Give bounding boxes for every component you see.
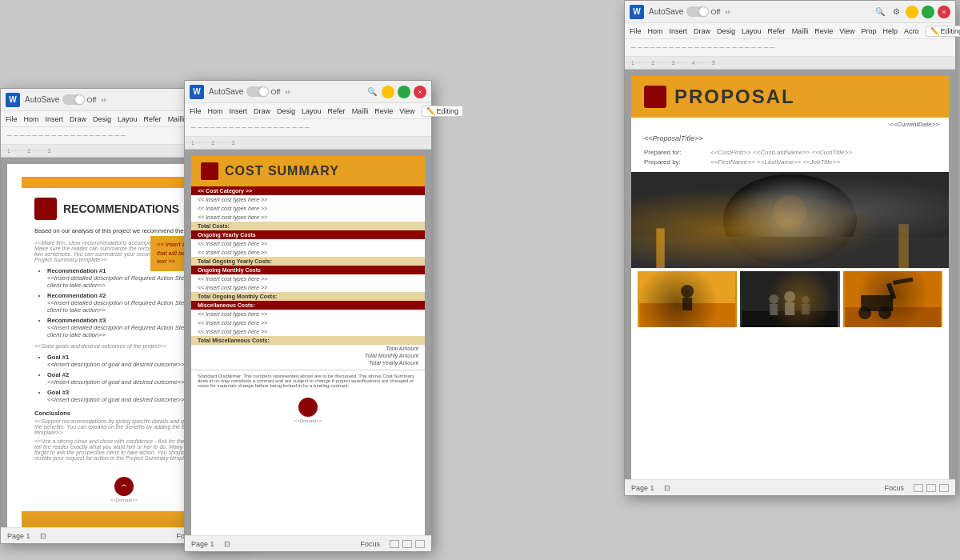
word-logo-win3: W (630, 5, 644, 19)
autosave-toggle-win1[interactable]: Off (62, 94, 96, 105)
maximize-btn-win3[interactable] (922, 6, 934, 18)
toggle-pill-win2[interactable] (246, 86, 269, 97)
prepared-by-value: <<FirstName>> <<LastName>> <<JobTitle>> (710, 158, 936, 166)
ribbon-win3: ─ ─ ─ ─ ─ ─ ─ ─ ─ ─ ─ ─ ─ ─ ─ ─ ─ ─ ─ ─ … (625, 39, 955, 57)
proposal-thumb-3 (843, 271, 942, 327)
menu-file-win3[interactable]: File (630, 27, 642, 35)
menu-mail-win2[interactable]: Mailli (352, 107, 369, 115)
menu-insert-win2[interactable]: Insert (230, 107, 248, 115)
menu-view-win2[interactable]: View (399, 107, 414, 115)
svg-rect-21 (845, 307, 941, 327)
menu-insert-win3[interactable]: Insert (670, 27, 688, 35)
menu-view-win3[interactable]: View (839, 27, 854, 35)
menu-draw-win3[interactable]: Draw (694, 27, 710, 35)
svg-rect-6 (898, 224, 909, 268)
menu-design-win2[interactable]: Desig (277, 107, 295, 115)
menu-help-win3[interactable]: Help (883, 27, 898, 35)
total-ongoing-yearly: Total Ongoing Yearly Costs: (191, 257, 425, 266)
ruler-win2: · 1 · · · · · 2 · · · · · 3 (185, 137, 431, 150)
focus-label-win3: Focus (884, 484, 904, 492)
menu-layout-win2[interactable]: Layou (302, 107, 322, 115)
menu-insert-win1[interactable]: Insert (46, 115, 64, 123)
menu-design-win3[interactable]: Desig (717, 27, 735, 35)
fit-icon-win1: ⊡ (40, 532, 46, 540)
menu-refer-win2[interactable]: Refer (328, 107, 346, 115)
focus-label-win2: Focus (360, 540, 380, 548)
proposal-icon (644, 86, 666, 108)
editing-btn-win3[interactable]: ✏️ Editing (926, 26, 960, 37)
settings-icon-win3[interactable]: ⚙ (890, 6, 902, 18)
editing-btn-win2[interactable]: ✏️ Editing (422, 106, 464, 117)
svg-rect-11 (682, 298, 692, 310)
view-icon-3-win2[interactable] (415, 540, 425, 548)
total-amount: Total Amount (191, 345, 425, 352)
search-icon-win2[interactable]: 🔍 (366, 86, 378, 98)
chevron-icon-win2: ›› (285, 88, 290, 96)
view-icon-2-win2[interactable] (402, 540, 412, 548)
view-icon-1-win2[interactable] (390, 540, 399, 548)
rec-title-text: RECOMMENDATIONS (63, 202, 179, 215)
fit-icon-win2: ⊡ (224, 540, 230, 548)
focus-btn-win2[interactable]: Focus (360, 540, 380, 548)
menu-layout-win3[interactable]: Layou (742, 27, 762, 35)
minimize-btn-win2[interactable] (382, 86, 394, 98)
view-icon-1-win3[interactable] (914, 484, 923, 492)
menu-refer-win3[interactable]: Refer (768, 27, 786, 35)
toggle-state-win1: Off (86, 96, 96, 104)
view-icon-3-win3[interactable] (939, 484, 949, 492)
menu-mail-win1[interactable]: Mailli (168, 115, 185, 123)
menu-mail-win3[interactable]: Mailli (792, 27, 809, 35)
proposal-window[interactable]: W AutoSave Off ›› 🔍 ⚙ × File Hom Insert … (624, 0, 956, 496)
toggle-pill-win3[interactable] (686, 6, 709, 17)
misc-costs-header: Miscellaneous Costs: (191, 301, 425, 310)
autosave-toggle-win3[interactable]: Off (686, 6, 720, 17)
svg-point-25 (858, 306, 871, 319)
menu-draw-win2[interactable]: Draw (254, 107, 270, 115)
title-bar-controls-win2: 🔍 × (366, 86, 426, 98)
menu-file-win1[interactable]: File (6, 115, 18, 123)
menu-draw-win1[interactable]: Draw (70, 115, 86, 123)
menu-review-win2[interactable]: Revie (374, 107, 393, 115)
menu-acro-win3[interactable]: Acro (904, 27, 919, 35)
view-icon-2-win3[interactable] (926, 484, 936, 492)
status-bar-win3: Page 1 ⊡ Focus (625, 479, 955, 495)
search-icon-win3[interactable]: 🔍 (874, 6, 886, 18)
chevron-icon-win3: ›› (725, 8, 730, 16)
focus-btn-win3[interactable]: Focus (884, 484, 904, 492)
menu-home-win3[interactable]: Hom (648, 27, 663, 35)
svg-rect-9 (639, 303, 735, 327)
minimize-btn-win3[interactable] (906, 6, 918, 18)
chevron-icon-win1: ›› (101, 96, 106, 104)
svg-point-16 (784, 291, 795, 302)
svg-rect-24 (893, 278, 913, 285)
proposal-thumbs (631, 268, 949, 330)
menu-home-win1[interactable]: Hom (24, 115, 39, 123)
svg-rect-2 (631, 172, 949, 268)
menu-prop-win3[interactable]: Prop (862, 27, 877, 35)
menu-refer-win1[interactable]: Refer (144, 115, 162, 123)
ruler-win3: · 1 · · · · · 2 · · · · · 3 · · · · · 4 … (625, 57, 955, 70)
proposal-main-image (631, 172, 949, 268)
misc-item-1: << Insert cost types here >> (191, 310, 425, 318)
maximize-btn-win2[interactable] (398, 86, 410, 98)
svg-point-0 (119, 482, 129, 491)
toggle-pill-win1[interactable] (62, 94, 85, 105)
menu-layout-win1[interactable]: Layou (118, 115, 138, 123)
rec-icon (34, 198, 57, 220)
svg-rect-19 (802, 304, 810, 314)
menu-design-win1[interactable]: Desig (93, 115, 111, 123)
close-btn-win2[interactable]: × (414, 86, 426, 98)
svg-rect-20 (845, 271, 941, 327)
menu-review-win3[interactable]: Revie (814, 27, 833, 35)
autosave-label-win2: AutoSave (209, 87, 243, 96)
autosave-toggle-win2[interactable]: Off (246, 86, 280, 97)
svg-rect-8 (639, 271, 735, 327)
cost-summary-window[interactable]: W AutoSave Off ›› 🔍 × File Hom Insert Dr… (184, 80, 432, 552)
svg-point-7 (774, 195, 807, 229)
menu-home-win2[interactable]: Hom (208, 107, 223, 115)
close-btn-win3[interactable]: × (938, 6, 950, 18)
svg-rect-12 (742, 271, 838, 327)
menu-file-win2[interactable]: File (190, 107, 202, 115)
title-bar-win3: W AutoSave Off ›› 🔍 ⚙ × (625, 1, 955, 23)
page-label-win3: Page 1 (631, 484, 654, 492)
